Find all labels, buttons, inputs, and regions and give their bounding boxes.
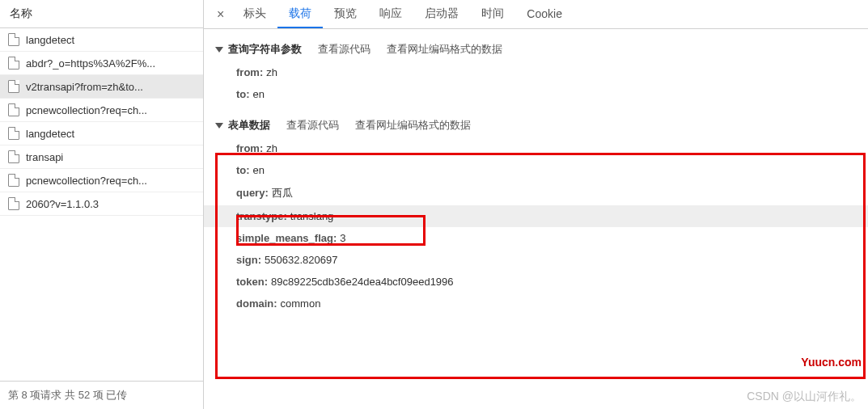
view-source-link[interactable]: 查看源代码 bbox=[318, 42, 370, 57]
kv-row-highlighted: transtype:translang bbox=[204, 205, 868, 227]
kv-row: from:zh bbox=[204, 137, 868, 159]
request-list: langdetect abdr?_o=https%3A%2F%... v2tra… bbox=[0, 28, 203, 381]
form-section-header[interactable]: 表单数据 查看源代码 查看网址编码格式的数据 bbox=[204, 113, 868, 137]
file-icon bbox=[8, 103, 19, 116]
file-icon bbox=[8, 150, 19, 163]
close-icon[interactable]: × bbox=[209, 7, 232, 22]
section-title-text: 查询字符串参数 bbox=[228, 42, 302, 57]
request-item[interactable]: abdr?_o=https%3A%2F%... bbox=[0, 52, 203, 75]
kv-row: sign:550632.820697 bbox=[204, 249, 868, 271]
sidebar-header: 名称 bbox=[0, 0, 203, 28]
request-item[interactable]: pcnewcollection?req=ch... bbox=[0, 169, 203, 192]
view-urlencoded-link[interactable]: 查看网址编码格式的数据 bbox=[355, 118, 471, 133]
main-panel: × 标头 载荷 预览 响应 启动器 时间 Cookie 查询字符串参数 查看源代… bbox=[204, 0, 868, 409]
tab-payload[interactable]: 载荷 bbox=[277, 0, 323, 28]
network-sidebar: 名称 langdetect abdr?_o=https%3A%2F%... v2… bbox=[0, 0, 204, 409]
request-item[interactable]: langdetect bbox=[0, 28, 203, 52]
watermark-csdn: CSDN @以山河作礼。 bbox=[747, 390, 862, 404]
request-item[interactable]: 2060?v=1.1.0.3 bbox=[0, 192, 203, 216]
file-icon bbox=[8, 80, 19, 93]
query-section-header[interactable]: 查询字符串参数 查看源代码 查看网址编码格式的数据 bbox=[204, 37, 868, 61]
kv-row: query:西瓜 bbox=[204, 181, 868, 205]
tab-response[interactable]: 响应 bbox=[368, 0, 413, 28]
tab-initiator[interactable]: 启动器 bbox=[413, 0, 470, 28]
tab-preview[interactable]: 预览 bbox=[323, 0, 368, 28]
file-icon bbox=[8, 33, 19, 46]
tab-cookies[interactable]: Cookie bbox=[515, 1, 574, 27]
triangle-down-icon bbox=[215, 123, 223, 129]
file-icon bbox=[8, 174, 19, 187]
request-item[interactable]: langdetect bbox=[0, 122, 203, 145]
tab-headers[interactable]: 标头 bbox=[232, 0, 277, 28]
kv-row: to:en bbox=[204, 159, 868, 181]
kv-row: to:en bbox=[204, 83, 868, 105]
request-item[interactable]: pcnewcollection?req=ch... bbox=[0, 99, 203, 122]
triangle-down-icon bbox=[215, 47, 223, 53]
watermark-yuucn: Yuucn.com bbox=[801, 356, 862, 369]
kv-row: simple_means_flag:3 bbox=[204, 227, 868, 249]
sidebar-footer: 第 8 项请求 共 52 项 已传 bbox=[0, 381, 203, 409]
kv-row: token:89c89225cdb36e24dea4bcf09eed1996 bbox=[204, 271, 868, 293]
tab-bar: × 标头 载荷 预览 响应 启动器 时间 Cookie bbox=[204, 0, 868, 29]
view-urlencoded-link[interactable]: 查看网址编码格式的数据 bbox=[387, 42, 502, 57]
view-source-link[interactable]: 查看源代码 bbox=[286, 118, 339, 133]
section-title-text: 表单数据 bbox=[228, 118, 270, 133]
tab-timing[interactable]: 时间 bbox=[470, 0, 515, 28]
payload-content: 查询字符串参数 查看源代码 查看网址编码格式的数据 from:zh to:en … bbox=[204, 29, 868, 314]
request-item[interactable]: transapi bbox=[0, 145, 203, 169]
file-icon bbox=[8, 57, 19, 70]
file-icon bbox=[8, 127, 19, 140]
kv-row: from:zh bbox=[204, 61, 868, 83]
kv-row: domain:common bbox=[204, 293, 868, 314]
file-icon bbox=[8, 197, 19, 210]
request-item-selected[interactable]: v2transapi?from=zh&to... bbox=[0, 75, 203, 99]
